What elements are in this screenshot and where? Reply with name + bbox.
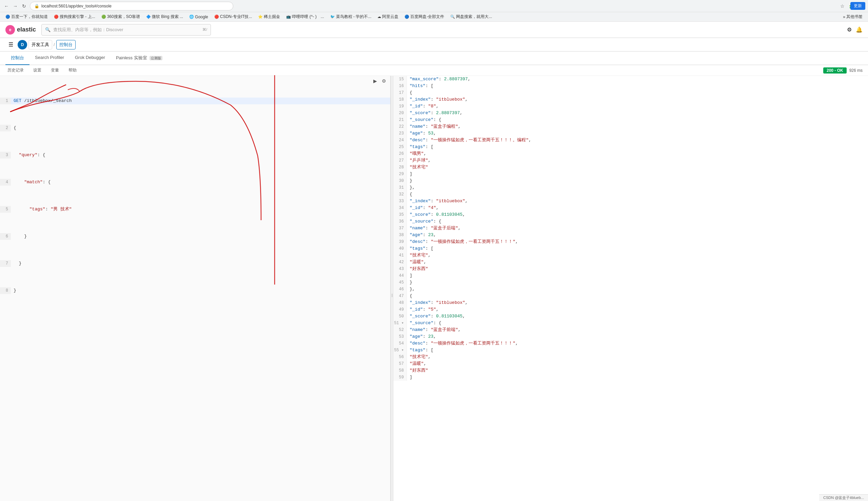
bookmark-aliyun[interactable]: ☁ 阿里云盘 <box>375 13 400 20</box>
resp-content-36: "_source": { <box>407 218 868 225</box>
response-line-48: 48 "_index": "itbluebox", <box>393 299 868 306</box>
editor-line-8[interactable]: 8 } <box>0 287 390 294</box>
response-line-38: 38 "age": 23, <box>393 232 868 238</box>
bookmark-google[interactable]: 🌐 Google <box>187 14 210 20</box>
back-button[interactable]: ← <box>3 3 10 9</box>
bookmark-juejin[interactable]: ⭐ 稀土掘金 <box>256 13 282 20</box>
line-content-6[interactable]: } <box>11 233 390 240</box>
resp-num-22: 22 <box>393 123 407 130</box>
resp-num-45: 45 <box>393 279 407 286</box>
resp-content-52: "name": "蓝盒子前端", <box>407 327 868 333</box>
history-button[interactable]: 历史记录 <box>6 67 26 74</box>
resp-content-40: "tags": [ <box>407 245 868 252</box>
variables-button[interactable]: 变量 <box>49 67 61 74</box>
resp-num-41: 41 <box>393 252 407 259</box>
resp-num-59: 59 <box>393 374 407 381</box>
settings-icon[interactable]: ⚙ <box>847 26 852 33</box>
notifications-icon[interactable]: 🔔 <box>856 26 862 33</box>
resp-content-59: ] <box>407 374 868 381</box>
resp-num-27: 27 <box>393 157 407 164</box>
editor-line-4[interactable]: 4 "match": { <box>0 179 390 185</box>
run-button[interactable]: ▶ <box>371 77 379 85</box>
bookmark-bing[interactable]: 🔷 微软 Bing 搜索 ... <box>144 13 185 20</box>
status-code: 200 - OK <box>823 67 847 74</box>
response-line-35: 35 "_score": 0.81103045, <box>393 211 868 218</box>
tab-painless[interactable]: Painless 实验室 公测版 <box>111 52 168 65</box>
aliyun-icon: ☁ <box>377 14 381 19</box>
line-content-7[interactable]: } <box>11 260 390 267</box>
bookmark-label: 稀土掘金 <box>264 14 280 20</box>
tab-search-profiler[interactable]: Search Profiler <box>30 52 70 65</box>
bookmark-runoob[interactable]: 🐦 菜鸟教程 - 学的不... <box>328 13 374 20</box>
resp-num-54: 54 <box>393 340 407 347</box>
resp-content-49: "_id": "5", <box>407 306 868 313</box>
nav-avatar[interactable]: D <box>18 40 27 50</box>
bookmark-baidu[interactable]: 🔵 百度一下，你就知道 <box>3 13 50 20</box>
reload-button[interactable]: ↻ <box>21 3 27 9</box>
bookmark-more[interactable]: » 其他书签 <box>841 13 865 20</box>
tab-console[interactable]: 控制台 <box>6 52 30 65</box>
hamburger-button[interactable]: ☰ <box>6 39 16 50</box>
breadcrumb-console[interactable]: 控制台 <box>56 40 76 50</box>
line-content-1[interactable]: GET /itbluebox/_search <box>11 98 390 104</box>
editor-line-3[interactable]: 3 "query": { <box>0 152 390 159</box>
bookmark-icon[interactable]: ☆ <box>839 3 846 10</box>
bookmark-label: 360搜索，SO靠谱 <box>107 14 140 20</box>
resp-content-31: }, <box>407 184 868 191</box>
resp-content-21: "_source": { <box>407 117 868 123</box>
resp-content-23: "age": 53, <box>407 130 868 137</box>
tab-console-label: 控制台 <box>11 55 24 60</box>
line-content-5[interactable]: "tags": "男 技术" <box>11 206 390 213</box>
editor-line-1[interactable]: 1 GET /itbluebox/_search <box>0 98 390 104</box>
bookmark-360[interactable]: 🟢 360搜索，SO靠谱 <box>100 13 142 20</box>
editor-panel[interactable]: 1 GET /itbluebox/_search 2 { 3 "query": … <box>0 76 390 501</box>
resp-content-55: "tags": [ <box>407 347 868 354</box>
elastic-nav: ☰ D 开发工具 / 控制台 <box>0 38 868 52</box>
resp-content-34: "_id": "4", <box>407 205 868 211</box>
resp-content-16: "hits": [ <box>407 83 868 89</box>
bookmark-bilibili[interactable]: 📺 哔哩哔哩 (^- )ゞ... <box>284 13 326 20</box>
resp-content-58: "好东西" <box>407 367 868 374</box>
breadcrumb-separator: / <box>54 42 55 47</box>
response-line-49: 49 "_id": "5", <box>393 306 868 313</box>
disk-search-icon: 🔍 <box>450 14 455 19</box>
bookmark-disk-search[interactable]: 🔍 网盘搜索，就用大... <box>448 13 494 20</box>
url-bar[interactable]: 🔒 localhost:5601/app/dev_tools#/console <box>30 2 233 11</box>
response-line-37: 37 "name": "蓝盒子后端", <box>393 225 868 232</box>
tab-grok-debugger[interactable]: Grok Debugger <box>70 52 111 65</box>
editor-line-7[interactable]: 7 } <box>0 260 390 267</box>
resp-content-48: "_index": "itbluebox", <box>407 299 868 306</box>
line-content-2[interactable]: { <box>11 125 390 131</box>
editor-content[interactable]: 1 GET /itbluebox/_search 2 { 3 "query": … <box>0 76 390 501</box>
editor-line-5[interactable]: 5 "tags": "男 技术" <box>0 206 390 213</box>
breadcrumb-dev-tools[interactable]: 开发工具 <box>29 40 52 50</box>
editor-line-6[interactable]: 6 } <box>0 233 390 240</box>
resp-num-25: 25 <box>393 143 407 150</box>
resp-num-37: 37 <box>393 225 407 232</box>
bookmark-baidu-disk[interactable]: 🔵 百度网盘-全部文件 <box>402 13 446 20</box>
elastic-logo[interactable]: e elastic <box>6 25 36 34</box>
update-button[interactable]: 更新 <box>850 2 865 10</box>
editor-line-2[interactable]: 2 { <box>0 125 390 131</box>
resp-num-35: 35 <box>393 211 407 218</box>
line-content-4[interactable]: "match": { <box>11 179 390 185</box>
bookmark-sougou[interactable]: 🔴 搜狗搜索引擎 - 上... <box>52 13 97 20</box>
bilibili-icon: 📺 <box>286 14 291 19</box>
response-line-24: 24 "desc": "一顿操作猛如虎，一看工资两千五！！！。编程", <box>393 137 868 143</box>
panel-divider[interactable]: ‖ <box>390 76 393 501</box>
tab-painless-label: Painless 实验室 <box>116 55 147 60</box>
forward-button[interactable]: → <box>12 3 18 9</box>
response-panel[interactable]: 15 "max_score": 2.8807397, 16 "hits": [ … <box>393 76 868 501</box>
resp-num-50: 50 <box>393 313 407 320</box>
resp-content-54: "desc": "一顿操作猛如虎，一看工资两千五！！！", <box>407 340 868 347</box>
line-content-3[interactable]: "query": { <box>11 152 390 159</box>
copy-button[interactable]: ⚙ <box>380 77 388 85</box>
bookmark-csdn[interactable]: 🔴 CSDN-专业IT技... <box>212 13 254 20</box>
help-button[interactable]: 帮助 <box>66 67 79 74</box>
elastic-search-bar[interactable]: 🔍 查找应用、内容等，例如：Discover ⌘/ <box>41 24 211 35</box>
line-content-8[interactable]: } <box>11 287 390 294</box>
resp-num-28: 28 <box>393 164 407 171</box>
juejin-icon: ⭐ <box>258 14 263 19</box>
resp-content-46: }, <box>407 286 868 293</box>
settings-button[interactable]: 设置 <box>31 67 43 74</box>
